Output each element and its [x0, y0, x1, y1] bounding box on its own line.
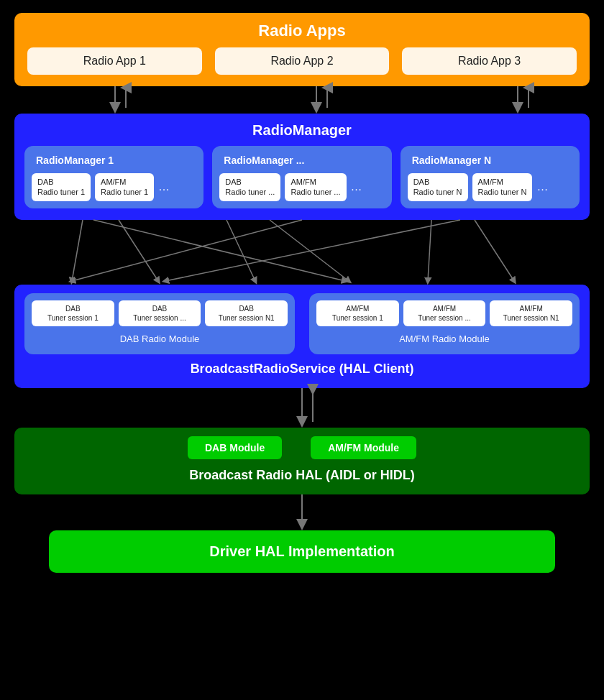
hal-section: DAB Module AM/FM Module Broadcast Radio …	[14, 428, 590, 494]
tuner-amfm-1: AM/FM Radio tuner 1	[95, 173, 154, 201]
radio-apps-section: Radio Apps Radio App 1 Radio App 2 Radio…	[14, 13, 590, 86]
svg-line-8	[226, 220, 255, 281]
dab-hal-module: DAB Module	[188, 436, 282, 459]
driver-title: Driver HAL Implementation	[209, 543, 394, 560]
amfm-module-label: AM/FM Radio Module	[316, 333, 572, 344]
radio-manager-box-1: RadioManager 1 DAB Radio tuner 1 AM/FM R…	[24, 146, 203, 208]
radio-app-2: Radio App 2	[215, 47, 390, 75]
dab-module-label: DAB Radio Module	[32, 333, 288, 344]
hal-modules-row: DAB Module AM/FM Module	[188, 436, 416, 459]
arrow-to-hal	[14, 388, 590, 428]
amfm-radio-module: AM/FM Tuner session 1 AM/FM Tuner sessio…	[309, 293, 580, 354]
tuner-dab-1: DAB Radio tuner 1	[32, 173, 91, 201]
radio-manager-title: RadioManager	[252, 122, 352, 139]
broadcast-service-title: BroadcastRadioService (HAL Client)	[24, 361, 580, 377]
hal-title: Broadcast Radio HAL (AIDL or HIDL)	[189, 468, 414, 483]
driver-section: Driver HAL Implementation	[49, 530, 555, 573]
broadcast-modules-row: DAB Tuner session 1 DAB Tuner session ..…	[24, 293, 580, 354]
radio-apps-row: Radio App 1 Radio App 2 Radio App 3	[27, 47, 577, 75]
tuner-amfm-n: AM/FM Radio tuner N	[472, 173, 533, 201]
arrows-apps-to-manager	[14, 86, 590, 114]
tuner-dots-1: …	[158, 173, 170, 201]
amfm-session-n1: AM/FM Tuner session N1	[490, 300, 572, 326]
radio-app-3: Radio App 3	[402, 47, 577, 75]
radio-manager-boxes-row: RadioManager 1 DAB Radio tuner 1 AM/FM R…	[24, 146, 580, 208]
tuner-amfm-ellipsis: AM/FM Radio tuner ...	[285, 173, 346, 201]
dab-radio-module: DAB Tuner session 1 DAB Tuner session ..…	[24, 293, 295, 354]
dab-sessions-row: DAB Tuner session 1 DAB Tuner session ..…	[32, 300, 288, 326]
broadcast-section: DAB Tuner session 1 DAB Tuner session ..…	[14, 285, 590, 388]
crossing-arrows	[14, 220, 590, 285]
dab-session-ellipsis: DAB Tuner session ...	[119, 300, 201, 326]
tuner-items-row-1: DAB Radio tuner 1 AM/FM Radio tuner 1 …	[32, 173, 196, 201]
svg-line-11	[475, 220, 514, 281]
radio-manager-section: RadioManager RadioManager 1 DAB Radio tu…	[14, 114, 590, 220]
tuner-dots-n: …	[536, 173, 548, 201]
amfm-session-1: AM/FM Tuner session 1	[316, 300, 399, 326]
tuner-items-row-ellipsis: DAB Radio tuner ... AM/FM Radio tuner ..…	[219, 173, 384, 201]
radio-app-1: Radio App 1	[27, 47, 202, 75]
svg-line-7	[119, 220, 158, 281]
dab-session-n1: DAB Tuner session N1	[205, 300, 288, 326]
svg-line-13	[72, 220, 302, 281]
amfm-session-ellipsis: AM/FM Tuner session ...	[403, 300, 486, 326]
svg-line-12	[93, 220, 345, 281]
svg-line-14	[165, 220, 460, 281]
svg-line-6	[72, 220, 83, 281]
arrow-to-driver	[14, 494, 590, 530]
tuner-dab-n: DAB Radio tuner N	[408, 173, 468, 201]
tuner-items-row-n: DAB Radio tuner N AM/FM Radio tuner N …	[408, 173, 572, 201]
amfm-sessions-row: AM/FM Tuner session 1 AM/FM Tuner sessio…	[316, 300, 572, 326]
tuner-dab-ellipsis: DAB Radio tuner ...	[219, 173, 280, 201]
tuner-dots-ellipsis: …	[351, 173, 362, 201]
amfm-hal-module: AM/FM Module	[311, 436, 416, 459]
radio-apps-title: Radio Apps	[258, 22, 345, 40]
dab-session-1: DAB Tuner session 1	[32, 300, 114, 326]
radio-manager-box-ellipsis: RadioManager ... DAB Radio tuner ... AM/…	[212, 146, 391, 208]
radio-manager-box-n: RadioManager N DAB Radio tuner N AM/FM R…	[401, 146, 580, 208]
svg-line-10	[428, 220, 431, 281]
